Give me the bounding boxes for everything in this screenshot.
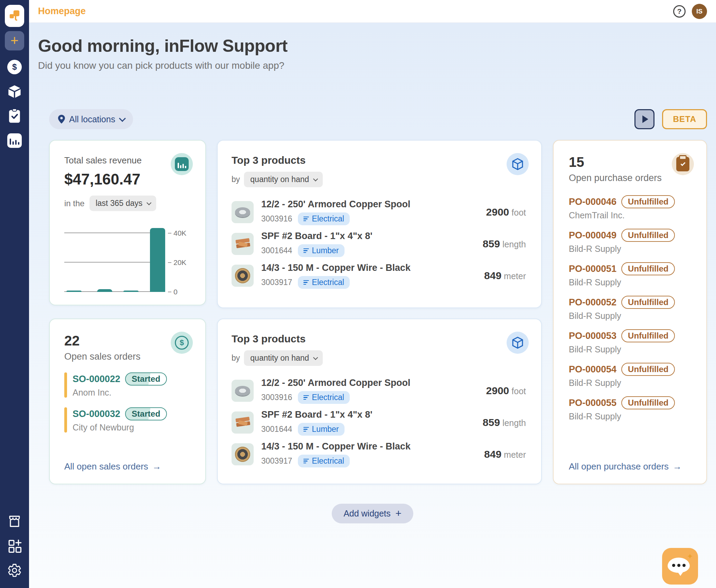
all-sales-orders-link[interactable]: All open sales orders → <box>64 461 193 472</box>
product-quantity: 859 length <box>483 238 526 250</box>
all-purchase-orders-link[interactable]: All open purchase orders → <box>569 461 694 472</box>
product-row[interactable]: SPF #2 Board - 1"x 4"x 8' 3001644 Lumber <box>232 231 526 257</box>
sort-dropdown-value: quantity on hand <box>250 353 309 363</box>
dollar-icon: $ <box>7 60 22 74</box>
beta-button[interactable]: BETA <box>662 109 707 129</box>
sidebar-item-tasks[interactable] <box>7 108 22 124</box>
product-sku: 3001644 <box>261 425 292 434</box>
so-status-bar <box>64 372 67 398</box>
so-widget-icon: $ <box>171 332 193 354</box>
add-widgets-row: Add widgets + <box>38 504 707 523</box>
location-filter-dropdown[interactable]: All locations <box>49 109 133 129</box>
po-number-link[interactable]: PO-000054 <box>569 364 616 375</box>
po-number-link[interactable]: PO-000055 <box>569 398 616 408</box>
sidebar-item-reports[interactable] <box>7 133 22 149</box>
category-tag[interactable]: Lumber <box>298 244 345 257</box>
sidebar-item-inventory[interactable] <box>7 84 22 99</box>
po-head: PO-000055 Unfulfilled <box>569 396 694 409</box>
sidebar-item-sales[interactable]: $ <box>7 59 22 75</box>
product-thumbnail <box>232 443 254 465</box>
po-status-badge: Unfulfilled <box>621 296 675 309</box>
cube-outline-icon <box>510 157 525 171</box>
po-row: PO-000054 Unfulfilled Bild-R Supply <box>569 363 694 388</box>
chart-ytick-label: 40K <box>168 229 186 237</box>
product-name: SPF #2 Board - 1"x 4"x 8' <box>261 231 373 241</box>
product-row[interactable]: 14/3 - 150 M - Copper Wire - Black 30039… <box>232 441 526 467</box>
po-head: PO-000051 Unfulfilled <box>569 262 694 275</box>
so-content: SO-000032 Started City of Newburg <box>73 407 167 433</box>
po-number-link[interactable]: PO-000049 <box>569 230 616 241</box>
po-number-link[interactable]: PO-000053 <box>569 331 616 341</box>
category-tag[interactable]: Lumber <box>298 423 345 436</box>
widgets-add-icon <box>7 538 22 553</box>
greeting-subtitle: Did you know you can pick products with … <box>38 60 707 71</box>
quantity-unit: length <box>502 418 526 428</box>
sort-dropdown[interactable]: quantity on hand <box>244 350 323 366</box>
po-vendor: Bild-R Supply <box>569 277 694 287</box>
chat-launcher[interactable]: ✦ <box>662 548 698 585</box>
sidebar-item-widgets[interactable] <box>7 538 22 554</box>
quantity-value: 2900 <box>486 206 509 218</box>
po-number-link[interactable]: PO-000046 <box>569 197 616 207</box>
category-tag[interactable]: Electrical <box>298 276 350 289</box>
product-row[interactable]: SPF #2 Board - 1"x 4"x 8' 3001644 Lumber <box>232 409 526 436</box>
page-title: Homepage <box>38 6 86 17</box>
quantity-unit: foot <box>511 208 526 218</box>
sidebar-item-settings[interactable] <box>7 562 22 578</box>
product-meta: 3001644 Lumber <box>261 423 373 436</box>
chevron-down-icon <box>119 115 126 122</box>
so-list: SO-000022 Started Anom Inc. SO-000032 <box>64 372 193 433</box>
product-quantity: 859 length <box>483 417 526 428</box>
category-icon <box>303 459 309 464</box>
so-number-link[interactable]: SO-000032 <box>73 409 120 419</box>
product-info: 12/2 - 250' Armored Copper Spool 3003916… <box>261 378 411 404</box>
so-status-badge: Started <box>125 407 167 420</box>
so-number-link[interactable]: SO-000022 <box>73 374 120 385</box>
sidebar: + $ <box>0 0 29 588</box>
play-button[interactable] <box>634 109 654 129</box>
product-row[interactable]: 12/2 - 250' Armored Copper Spool 3003916… <box>232 378 526 404</box>
category-tag[interactable]: Electrical <box>298 391 350 404</box>
storefront-icon <box>7 514 22 529</box>
period-dropdown[interactable]: last 365 days <box>90 196 157 211</box>
products-sort-row: by quantity on hand <box>232 350 526 366</box>
help-icon[interactable]: ? <box>673 5 686 18</box>
gear-icon <box>7 563 22 578</box>
top-products-card-1: Top 3 products by quantity on hand 12/2 … <box>217 140 542 308</box>
po-row: PO-000046 Unfulfilled ChemTrail Inc. <box>569 195 694 220</box>
sidebar-item-add[interactable]: + <box>5 31 24 50</box>
product-sku: 3003916 <box>261 393 292 402</box>
quantity-value: 849 <box>484 448 501 460</box>
product-sku: 3003917 <box>261 456 292 466</box>
add-widgets-button[interactable]: Add widgets + <box>332 504 413 523</box>
chart-bar <box>150 228 165 292</box>
product-info: SPF #2 Board - 1"x 4"x 8' 3001644 Lumber <box>261 409 373 436</box>
so-content: SO-000022 Started Anom Inc. <box>73 372 167 398</box>
avatar[interactable]: IS <box>692 4 707 19</box>
controls-row: All locations BETA <box>49 109 707 129</box>
location-filter-label: All locations <box>69 114 115 124</box>
product-row[interactable]: 14/3 - 150 M - Copper Wire - Black 30039… <box>232 263 526 289</box>
plus-icon: + <box>10 34 18 47</box>
location-pin-icon <box>58 115 65 124</box>
po-row: PO-000055 Unfulfilled Bild-R Supply <box>569 396 694 421</box>
sort-dropdown[interactable]: quantity on hand <box>244 172 323 187</box>
so-row: SO-000032 Started City of Newburg <box>64 407 193 433</box>
quantity-unit: meter <box>504 450 526 460</box>
bar-chart-icon <box>7 133 22 148</box>
so-card-title: Open sales orders <box>64 351 193 362</box>
sidebar-item-showroom[interactable] <box>7 513 22 529</box>
po-head: PO-000053 Unfulfilled <box>569 329 694 342</box>
po-number-link[interactable]: PO-000051 <box>569 264 616 274</box>
po-head: PO-000049 Unfulfilled <box>569 229 694 242</box>
category-tag[interactable]: Electrical <box>298 455 350 467</box>
quantity-value: 2900 <box>486 385 509 397</box>
total-sales-revenue-card: Total sales revenue $47,160.47 in the la… <box>49 140 206 305</box>
quantity-value: 849 <box>484 270 501 282</box>
po-number-link[interactable]: PO-000052 <box>569 297 616 308</box>
product-row[interactable]: 12/2 - 250' Armored Copper Spool 3003916… <box>232 199 526 225</box>
category-tag[interactable]: Electrical <box>298 212 350 225</box>
quantity-value: 859 <box>483 238 500 250</box>
inflow-logo[interactable] <box>5 5 24 27</box>
product-info: 14/3 - 150 M - Copper Wire - Black 30039… <box>261 263 411 289</box>
